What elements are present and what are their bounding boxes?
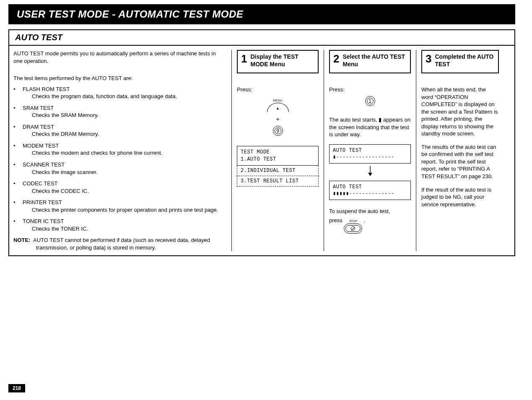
step-3-number: 3 — [426, 53, 431, 64]
press-word: press — [329, 217, 343, 223]
step-3-header: 3 Completed the AUTO TEST — [421, 50, 499, 73]
step-1-title: Display the TEST MODE Menu — [250, 53, 314, 68]
lcd-autotest-1: AUTO TEST ▮------------------ — [329, 144, 411, 164]
step-3-para-1: When all the tests end, the word “OPERAT… — [421, 86, 499, 138]
step-2-buttons: 1 — [329, 96, 411, 108]
step-3-para-2: The results of the auto test can be conf… — [421, 143, 499, 180]
note-label: NOTE: — [13, 237, 30, 243]
page-title-bar: USER TEST MODE - AUTOMATIC TEST MODE — [8, 4, 515, 24]
step-1-press: Press: — [237, 86, 319, 94]
step-2-header: 2 Select the AUTO TEST Menu — [329, 50, 411, 73]
svg-marker-1 — [368, 173, 372, 176]
lcd-test-mode: TEST MODE 1.AUTO TEST — [237, 146, 319, 165]
step-2-number: 2 — [333, 53, 339, 64]
step-3-para-3: If the result of the auto test is judged… — [421, 186, 499, 208]
intro-text: AUTO TEST mode permits you to automatica… — [13, 50, 225, 65]
step-1-buttons: MENU + 9 — [237, 96, 319, 138]
step-2-para-1: The auto test starts, ▮ appears on the s… — [329, 116, 411, 138]
stop-button[interactable] — [344, 223, 362, 234]
press-stop-line: press STOP . — [329, 217, 411, 236]
step-2-press: Press: — [329, 86, 411, 94]
digit-1-button[interactable]: 1 — [365, 96, 375, 106]
step-3-title: Completed the AUTO TEST — [435, 53, 495, 68]
period: . — [364, 217, 366, 223]
section-box: AUTO TEST AUTO TEST mode permits you to … — [8, 29, 515, 256]
suspend-text: To suspend the auto test, — [329, 208, 411, 215]
list-intro: The test items performed by the AUTO TES… — [13, 75, 225, 82]
list-item: •SCANNER TESTChecks the image scanner. — [13, 161, 225, 176]
arrow-down-icon — [329, 166, 411, 178]
list-item: •DRAM TESTChecks the DRAM Memory. — [13, 123, 225, 138]
left-column: AUTO TEST mode permits you to automatica… — [13, 50, 231, 251]
page-title: USER TEST MODE - AUTOMATIC TEST MODE — [17, 8, 243, 20]
step-1: 1 Display the TEST MODE Menu Press: MENU… — [231, 50, 324, 251]
digit-9-button[interactable]: 9 — [273, 126, 283, 136]
test-list: •FLASH ROM TESTChecks the program data, … — [13, 86, 225, 233]
step-3: 3 Completed the AUTO TEST When all the t… — [416, 50, 504, 251]
step-1-header: 1 Display the TEST MODE Menu — [237, 50, 319, 73]
stop-label: STOP — [344, 219, 362, 223]
step-1-number: 1 — [241, 53, 247, 64]
list-item: •MODEM TESTChecks the modem and checks f… — [13, 142, 225, 157]
step-2: 2 Select the AUTO TEST Menu Press: 1 The… — [324, 50, 416, 251]
steps-row: 1 Display the TEST MODE Menu Press: MENU… — [231, 50, 512, 251]
lcd-option-3: 3.TEST RESULT LIST — [237, 176, 319, 187]
list-item: •FLASH ROM TESTChecks the program data, … — [13, 86, 225, 100]
lcd-option-2: 2.INDIVIDUAL TEST — [237, 166, 319, 176]
note-text: AUTO TEST cannot be performed if data (s… — [33, 237, 210, 251]
step-2-title: Select the AUTO TEST Menu — [343, 53, 407, 68]
list-item: •TONER IC TESTChecks the TONER IC. — [13, 218, 225, 232]
section-header: AUTO TEST — [9, 30, 514, 46]
lcd-autotest-2: AUTO TEST ▮▮▮▮▮-------------- — [329, 181, 411, 200]
page-number: 218 — [8, 384, 25, 392]
note: NOTE: AUTO TEST cannot be performed if d… — [13, 236, 225, 251]
digit-9-label: 9 — [273, 127, 283, 134]
list-item: •SRAM TESTChecks the SRAM Memory. — [13, 104, 225, 119]
section-body: AUTO TEST mode permits you to automatica… — [9, 46, 514, 255]
list-item: •CODEC TESTChecks the CODEC IC. — [13, 180, 225, 195]
menu-up-icon — [267, 103, 289, 112]
menu-button[interactable]: MENU — [267, 99, 289, 112]
stop-icon — [351, 226, 355, 231]
plus-sign: + — [237, 115, 319, 123]
menu-button-label: MENU — [267, 99, 289, 102]
list-item: •PRINTER TESTChecks the printer componen… — [13, 199, 225, 213]
digit-1-label: 1 — [366, 98, 375, 104]
